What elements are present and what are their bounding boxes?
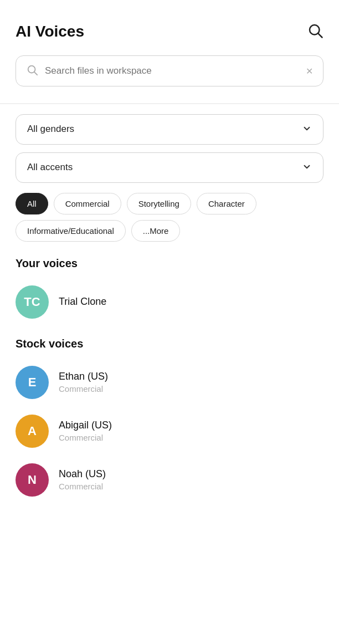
voice-type: Commercial <box>59 433 112 442</box>
search-bar-container: ✕ <box>0 50 339 98</box>
search-bar[interactable]: ✕ <box>16 55 323 86</box>
page-title: AI Voices <box>16 23 84 40</box>
gender-dropdown-label: All genders <box>27 124 74 135</box>
search-bar-icon <box>26 64 38 78</box>
stock-voice-item[interactable]: N Noah (US) Commercial <box>10 456 329 504</box>
voice-name: Ethan (US) <box>59 371 108 382</box>
tag-character[interactable]: Character <box>197 193 256 214</box>
avatar: A <box>16 415 49 448</box>
search-icon[interactable] <box>307 22 323 41</box>
stock-voices-list: E Ethan (US) Commercial A Abigail (US) C… <box>0 358 339 504</box>
gender-dropdown[interactable]: All genders <box>16 114 323 145</box>
header: AI Voices <box>0 0 339 50</box>
tag-storytelling[interactable]: Storytelling <box>127 193 191 214</box>
voice-info: Trial Clone <box>59 296 106 308</box>
avatar: E <box>16 366 49 399</box>
tags-container: AllCommercialStorytellingCharacterInform… <box>0 183 339 246</box>
svg-line-1 <box>319 34 322 38</box>
tag-commercial[interactable]: Commercial <box>54 193 121 214</box>
voice-name: Abigail (US) <box>59 420 112 431</box>
search-clear-icon[interactable]: ✕ <box>306 66 313 76</box>
your-voices-list: TC Trial Clone <box>0 278 339 326</box>
tag-informative[interactable]: Informative/Educational <box>16 220 126 242</box>
search-input[interactable] <box>45 65 301 76</box>
accent-dropdown[interactable]: All accents <box>16 152 323 183</box>
tag-more[interactable]: ...More <box>131 220 181 242</box>
voice-info: Abigail (US) Commercial <box>59 420 112 442</box>
voice-info: Noah (US) Commercial <box>59 468 106 491</box>
voice-info: Ethan (US) Commercial <box>59 371 108 393</box>
avatar: TC <box>16 285 49 319</box>
stock-voice-item[interactable]: E Ethan (US) Commercial <box>10 358 329 407</box>
chevron-down-icon <box>302 162 312 173</box>
divider <box>0 103 339 104</box>
accent-dropdown-label: All accents <box>27 162 73 173</box>
voice-name: Trial Clone <box>59 296 106 308</box>
your-voices-title: Your voices <box>0 246 339 278</box>
voice-type: Commercial <box>59 384 108 393</box>
voice-type: Commercial <box>59 482 106 491</box>
stock-voice-item[interactable]: A Abigail (US) Commercial <box>10 407 329 456</box>
filters-container: All genders All accents <box>0 114 339 183</box>
tag-all[interactable]: All <box>16 193 48 214</box>
chevron-down-icon <box>302 124 312 135</box>
stock-voices-title: Stock voices <box>0 326 339 358</box>
voice-name: Noah (US) <box>59 468 106 480</box>
your-voice-item[interactable]: TC Trial Clone <box>10 278 329 326</box>
avatar: N <box>16 463 49 497</box>
svg-line-3 <box>34 72 37 75</box>
